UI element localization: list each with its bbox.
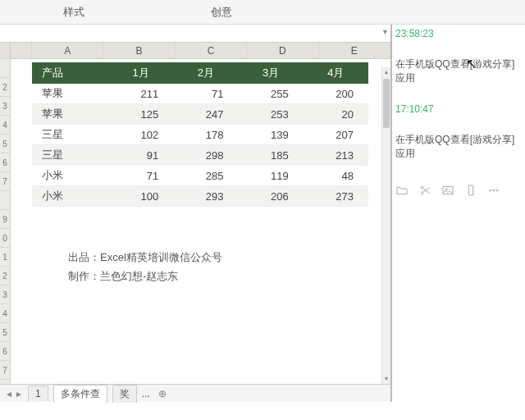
formula-bar[interactable]: ▾: [0, 25, 390, 43]
add-sheet-icon[interactable]: ⊕: [155, 388, 170, 399]
phone-icon[interactable]: [464, 184, 477, 199]
vertical-scrollbar[interactable]: ▴ ▾: [381, 67, 390, 384]
credit-line-1: 出品：Excel精英培训微信公众号: [68, 248, 390, 267]
nav-prev-icon[interactable]: ◂: [5, 388, 13, 399]
chevron-down-icon[interactable]: ▾: [383, 27, 387, 36]
grid[interactable]: ABCDE 产品1月2月3月4月苹果21171255200苹果125247253…: [11, 43, 390, 384]
toolbar-style[interactable]: 样式: [0, 5, 148, 20]
ribbon-toolbar: 样式 创意: [0, 0, 525, 25]
tab-award[interactable]: 奖: [112, 385, 137, 403]
more-icon[interactable]: [487, 184, 500, 199]
spreadsheet-area: ▾ 234567901234567 ABCDE 产品1月2月3月4月苹果2117…: [0, 25, 392, 402]
nav-next-icon[interactable]: ▸: [15, 388, 23, 399]
chat-side-panel: 23:58:23 在手机版QQ查看[游戏分享]应用 17:10:47 在手机版Q…: [392, 25, 525, 402]
tab-more[interactable]: ...: [142, 388, 150, 399]
svg-point-6: [493, 189, 495, 191]
chat-message-2: 在手机版QQ查看[游戏分享]应用: [395, 133, 522, 161]
data-table: 产品1月2月3月4月苹果21171255200苹果12524725320三星10…: [32, 62, 368, 207]
scissors-icon[interactable]: [418, 184, 431, 199]
folder-icon[interactable]: [395, 184, 409, 199]
tab-page-num[interactable]: 1: [28, 386, 48, 401]
tab-multi-condition[interactable]: 多条件查: [53, 385, 107, 403]
toolbar-creative[interactable]: 创意: [148, 5, 295, 20]
svg-point-0: [421, 186, 423, 189]
svg-point-7: [496, 189, 498, 191]
image-icon[interactable]: [441, 184, 454, 199]
scroll-up-icon[interactable]: ▴: [382, 67, 390, 77]
chat-message-1: 在手机版QQ查看[游戏分享]应用: [395, 57, 522, 85]
chat-timestamp-2: 17:10:47: [395, 103, 522, 115]
side-icon-row: [395, 184, 522, 199]
svg-point-5: [490, 189, 491, 191]
mouse-cursor-icon: ↖: [466, 56, 477, 71]
chat-timestamp-1: 23:58:23: [395, 28, 522, 39]
sheet-tabs: ◂ ▸ 1 多条件查 奖 ... ⊕: [0, 384, 390, 402]
tab-nav[interactable]: ◂ ▸: [5, 388, 23, 399]
column-headers[interactable]: ABCDE: [11, 43, 390, 59]
scroll-thumb[interactable]: [383, 79, 390, 128]
svg-rect-4: [468, 185, 472, 195]
row-headers[interactable]: 234567901234567: [0, 43, 11, 384]
credit-line-2: 制作：兰色幻想-赵志东: [68, 267, 390, 285]
svg-point-1: [421, 192, 423, 194]
credits-block: 出品：Excel精英培训微信公众号 制作：兰色幻想-赵志东: [68, 248, 390, 286]
scroll-down-icon[interactable]: ▾: [382, 374, 390, 384]
